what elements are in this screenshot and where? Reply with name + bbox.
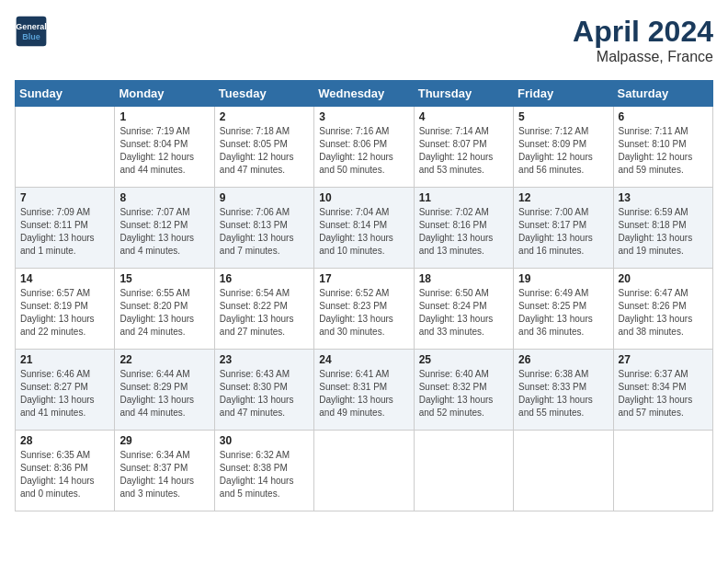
- day-number: 13: [619, 191, 708, 204]
- cell-info: Sunrise: 6:43 AM Sunset: 8:30 PM Dayligh…: [220, 368, 309, 419]
- day-number: 1: [119, 110, 209, 123]
- day-number: 19: [518, 272, 608, 285]
- calendar-cell: 1Sunrise: 7:19 AM Sunset: 8:04 PM Daylig…: [115, 107, 214, 188]
- day-number: 4: [419, 110, 508, 123]
- day-number: 30: [220, 434, 309, 447]
- svg-text:Blue: Blue: [22, 32, 40, 41]
- calendar-cell: 2Sunrise: 7:18 AM Sunset: 8:05 PM Daylig…: [214, 107, 313, 188]
- cell-info: Sunrise: 6:57 AM Sunset: 8:19 PM Dayligh…: [20, 287, 109, 339]
- calendar-cell: 16Sunrise: 6:54 AM Sunset: 8:22 PM Dayli…: [214, 269, 313, 350]
- calendar-cell: 5Sunrise: 7:12 AM Sunset: 8:09 PM Daylig…: [514, 107, 613, 188]
- day-number: 17: [319, 272, 408, 285]
- calendar-cell: 17Sunrise: 6:52 AM Sunset: 8:23 PM Dayli…: [314, 269, 414, 350]
- day-number: 9: [220, 191, 309, 204]
- calendar-cell: 11Sunrise: 7:02 AM Sunset: 8:16 PM Dayli…: [414, 188, 513, 269]
- day-number: 2: [220, 110, 309, 123]
- calendar-cell: 7Sunrise: 7:09 AM Sunset: 8:11 PM Daylig…: [16, 188, 115, 269]
- cell-info: Sunrise: 6:54 AM Sunset: 8:22 PM Dayligh…: [220, 287, 309, 339]
- cell-info: Sunrise: 7:00 AM Sunset: 8:17 PM Dayligh…: [518, 206, 608, 258]
- calendar-cell: 18Sunrise: 6:50 AM Sunset: 8:24 PM Dayli…: [414, 269, 513, 350]
- calendar-cell: [314, 431, 414, 511]
- cell-info: Sunrise: 6:55 AM Sunset: 8:20 PM Dayligh…: [119, 287, 209, 339]
- cell-info: Sunrise: 7:18 AM Sunset: 8:05 PM Dayligh…: [220, 125, 309, 177]
- cell-info: Sunrise: 7:02 AM Sunset: 8:16 PM Dayligh…: [419, 206, 508, 258]
- calendar-cell: 8Sunrise: 7:07 AM Sunset: 8:12 PM Daylig…: [115, 188, 214, 269]
- day-number: 21: [20, 353, 109, 366]
- day-number: 6: [619, 110, 708, 123]
- day-number: 11: [419, 191, 508, 204]
- day-number: 29: [119, 434, 209, 447]
- day-number: 15: [119, 272, 209, 285]
- cell-info: Sunrise: 6:44 AM Sunset: 8:29 PM Dayligh…: [119, 368, 209, 419]
- calendar-cell: 4Sunrise: 7:14 AM Sunset: 8:07 PM Daylig…: [414, 107, 513, 188]
- cell-info: Sunrise: 6:37 AM Sunset: 8:34 PM Dayligh…: [619, 368, 708, 419]
- col-header-wednesday: Wednesday: [314, 81, 414, 107]
- day-number: 8: [119, 191, 209, 204]
- day-number: 22: [119, 353, 209, 366]
- title-block: April 2024 Malpasse, France: [573, 15, 713, 65]
- calendar-cell: 9Sunrise: 7:06 AM Sunset: 8:13 PM Daylig…: [214, 188, 313, 269]
- day-number: 16: [220, 272, 309, 285]
- calendar-cell: 26Sunrise: 6:38 AM Sunset: 8:33 PM Dayli…: [514, 350, 613, 431]
- calendar-cell: 25Sunrise: 6:40 AM Sunset: 8:32 PM Dayli…: [414, 350, 513, 431]
- cell-info: Sunrise: 6:35 AM Sunset: 8:36 PM Dayligh…: [20, 449, 109, 500]
- day-number: 20: [619, 272, 708, 285]
- day-number: 23: [220, 353, 309, 366]
- week-row-5: 28Sunrise: 6:35 AM Sunset: 8:36 PM Dayli…: [16, 431, 713, 511]
- calendar-table: SundayMondayTuesdayWednesdayThursdayFrid…: [15, 80, 713, 511]
- calendar-cell: 27Sunrise: 6:37 AM Sunset: 8:34 PM Dayli…: [613, 350, 712, 431]
- logo-icon: General Blue: [15, 15, 48, 48]
- cell-info: Sunrise: 6:40 AM Sunset: 8:32 PM Dayligh…: [419, 368, 508, 419]
- day-number: 28: [20, 434, 109, 447]
- calendar-cell: 28Sunrise: 6:35 AM Sunset: 8:36 PM Dayli…: [16, 431, 115, 511]
- week-row-1: 1Sunrise: 7:19 AM Sunset: 8:04 PM Daylig…: [16, 107, 713, 188]
- calendar-cell: 22Sunrise: 6:44 AM Sunset: 8:29 PM Dayli…: [115, 350, 214, 431]
- week-row-4: 21Sunrise: 6:46 AM Sunset: 8:27 PM Dayli…: [16, 350, 713, 431]
- col-header-sunday: Sunday: [16, 81, 115, 107]
- calendar-cell: 15Sunrise: 6:55 AM Sunset: 8:20 PM Dayli…: [115, 269, 214, 350]
- logo: General Blue: [15, 15, 48, 48]
- day-number: 26: [518, 353, 608, 366]
- calendar-cell: 6Sunrise: 7:11 AM Sunset: 8:10 PM Daylig…: [613, 107, 712, 188]
- cell-info: Sunrise: 7:14 AM Sunset: 8:07 PM Dayligh…: [419, 125, 508, 177]
- calendar-cell: 10Sunrise: 7:04 AM Sunset: 8:14 PM Dayli…: [314, 188, 414, 269]
- calendar-cell: [514, 431, 613, 511]
- page-header: General Blue April 2024 Malpasse, France: [15, 15, 713, 65]
- cell-info: Sunrise: 7:11 AM Sunset: 8:10 PM Dayligh…: [619, 125, 708, 177]
- cell-info: Sunrise: 6:41 AM Sunset: 8:31 PM Dayligh…: [319, 368, 408, 419]
- cell-info: Sunrise: 7:16 AM Sunset: 8:06 PM Dayligh…: [319, 125, 408, 177]
- col-header-friday: Friday: [514, 81, 613, 107]
- calendar-cell: [414, 431, 513, 511]
- calendar-cell: 24Sunrise: 6:41 AM Sunset: 8:31 PM Dayli…: [314, 350, 414, 431]
- day-number: 25: [419, 353, 508, 366]
- calendar-cell: [16, 107, 115, 188]
- cell-info: Sunrise: 7:19 AM Sunset: 8:04 PM Dayligh…: [119, 125, 209, 177]
- calendar-cell: 21Sunrise: 6:46 AM Sunset: 8:27 PM Dayli…: [16, 350, 115, 431]
- cell-info: Sunrise: 6:52 AM Sunset: 8:23 PM Dayligh…: [319, 287, 408, 339]
- cell-info: Sunrise: 7:06 AM Sunset: 8:13 PM Dayligh…: [220, 206, 309, 258]
- day-number: 24: [319, 353, 408, 366]
- day-number: 7: [20, 191, 109, 204]
- svg-text:General: General: [16, 22, 47, 31]
- day-number: 14: [20, 272, 109, 285]
- day-number: 27: [619, 353, 708, 366]
- cell-info: Sunrise: 7:12 AM Sunset: 8:09 PM Dayligh…: [518, 125, 608, 177]
- month-title: April 2024: [573, 15, 713, 49]
- location: Malpasse, France: [573, 49, 713, 65]
- col-header-tuesday: Tuesday: [214, 81, 313, 107]
- day-number: 5: [518, 110, 608, 123]
- day-number: 3: [319, 110, 408, 123]
- cell-info: Sunrise: 6:46 AM Sunset: 8:27 PM Dayligh…: [20, 368, 109, 419]
- cell-info: Sunrise: 6:59 AM Sunset: 8:18 PM Dayligh…: [619, 206, 708, 258]
- calendar-cell: 12Sunrise: 7:00 AM Sunset: 8:17 PM Dayli…: [514, 188, 613, 269]
- calendar-cell: 29Sunrise: 6:34 AM Sunset: 8:37 PM Dayli…: [115, 431, 214, 511]
- calendar-cell: [613, 431, 712, 511]
- col-header-saturday: Saturday: [613, 81, 712, 107]
- calendar-cell: 13Sunrise: 6:59 AM Sunset: 8:18 PM Dayli…: [613, 188, 712, 269]
- week-row-2: 7Sunrise: 7:09 AM Sunset: 8:11 PM Daylig…: [16, 188, 713, 269]
- calendar-cell: 3Sunrise: 7:16 AM Sunset: 8:06 PM Daylig…: [314, 107, 414, 188]
- col-header-monday: Monday: [115, 81, 214, 107]
- calendar-body: 1Sunrise: 7:19 AM Sunset: 8:04 PM Daylig…: [16, 107, 713, 511]
- cell-info: Sunrise: 7:07 AM Sunset: 8:12 PM Dayligh…: [119, 206, 209, 258]
- cell-info: Sunrise: 6:32 AM Sunset: 8:38 PM Dayligh…: [220, 449, 309, 500]
